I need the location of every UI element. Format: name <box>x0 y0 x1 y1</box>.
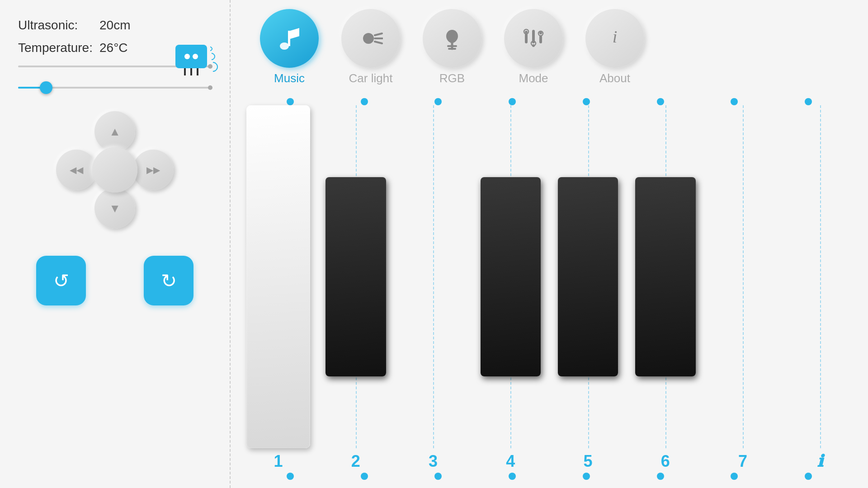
speed-slider-track[interactable] <box>18 87 212 89</box>
piano-slot-8 <box>782 105 859 448</box>
piano-key-4[interactable] <box>481 177 541 376</box>
piano-key-1[interactable] <box>246 105 310 448</box>
bottom-dot-5 <box>583 473 590 480</box>
top-dot-5 <box>583 98 590 105</box>
piano-num-5[interactable]: 5 <box>549 452 627 471</box>
bottom-dot-6 <box>657 473 664 480</box>
bottom-dot-4 <box>509 473 516 480</box>
vert-line-7 <box>743 105 744 448</box>
top-dot-3 <box>434 98 442 105</box>
dpad-down-button[interactable]: ▼ <box>94 188 135 229</box>
nav-item-rgb[interactable]: RGB <box>420 9 484 85</box>
piano-num-1[interactable]: 1 <box>240 452 317 471</box>
bottom-dot-8 <box>805 473 812 480</box>
piano-slot-3 <box>395 105 472 448</box>
bt-dot-1 <box>184 54 190 59</box>
speed-slider-row[interactable] <box>18 87 212 89</box>
left-panel: Ultrasonic: 20cm Temperature: 26°C <box>0 0 231 488</box>
bt-leg-3 <box>197 68 198 75</box>
bt-legs <box>184 68 198 75</box>
nav-label-mode: Mode <box>519 71 548 85</box>
about-icon: i <box>603 26 627 51</box>
svg-line-5 <box>375 42 382 43</box>
rgb-icon <box>440 26 464 51</box>
piano-num-2[interactable]: 2 <box>317 452 394 471</box>
carlight-icon <box>359 26 383 51</box>
piano-slot-7 <box>704 105 782 448</box>
speed-slider-end-dot <box>208 85 212 90</box>
dpad-left-button[interactable]: ◀◀ <box>56 150 97 190</box>
svg-rect-10 <box>525 31 528 33</box>
vert-line-8 <box>820 105 821 448</box>
piano-num-6[interactable]: 6 <box>627 452 704 471</box>
piano-num-7[interactable]: 7 <box>704 452 782 471</box>
piano-num-4[interactable]: 4 <box>472 452 549 471</box>
svg-rect-14 <box>539 32 542 34</box>
wifi-wave-2 <box>207 52 217 62</box>
nav-item-mode[interactable]: Mode <box>502 9 565 85</box>
top-dot-7 <box>731 98 738 105</box>
piano-slot-6[interactable] <box>627 105 704 448</box>
nav-label-rgb: RGB <box>439 71 465 85</box>
piano-key-5[interactable] <box>558 177 618 376</box>
top-dots-row <box>231 90 868 105</box>
right-panel: Music Car light <box>231 0 868 488</box>
svg-line-3 <box>375 33 382 35</box>
slider-thumb[interactable] <box>40 81 52 94</box>
top-dot-6 <box>657 98 664 105</box>
wifi-waves <box>208 47 218 72</box>
piano-slot-5[interactable] <box>549 105 627 448</box>
right-arrow-icon: ▶▶ <box>146 164 160 175</box>
nav-circle-about: i <box>585 9 644 68</box>
equalizer-container: 1 2 3 4 5 6 7 ℹ <box>231 90 868 488</box>
piano-slot-2[interactable] <box>317 105 394 448</box>
ultrasonic-row: Ultrasonic: 20cm <box>18 18 212 33</box>
top-dot-1 <box>287 98 294 105</box>
dpad-up-button[interactable]: ▲ <box>94 111 135 152</box>
left-arrow-icon: ◀◀ <box>70 164 83 175</box>
top-dot-4 <box>509 98 516 105</box>
svg-text:i: i <box>613 27 618 46</box>
bluetooth-area <box>18 45 212 75</box>
nav-circle-carlight <box>341 9 400 68</box>
bluetooth-device <box>175 45 207 75</box>
svg-point-0 <box>280 42 289 50</box>
svg-point-2 <box>363 33 374 44</box>
bottom-dot-2 <box>361 473 368 480</box>
nav-circle-rgb <box>423 9 481 68</box>
keys-area <box>231 105 868 448</box>
piano-key-6[interactable] <box>635 177 696 376</box>
ultrasonic-label: Ultrasonic: <box>18 18 99 33</box>
top-dot-8 <box>805 98 812 105</box>
piano-layout <box>240 105 859 448</box>
up-arrow-icon: ▲ <box>109 125 121 139</box>
nav-item-about[interactable]: i About <box>583 9 646 85</box>
piano-num-3[interactable]: 3 <box>395 452 472 471</box>
top-dot-2 <box>361 98 368 105</box>
mode-icon <box>521 26 546 51</box>
bottom-dot-3 <box>434 473 442 480</box>
piano-num-8[interactable]: ℹ <box>782 452 859 471</box>
nav-item-music[interactable]: Music <box>258 9 321 85</box>
nav-label-music: Music <box>274 71 305 85</box>
piano-key-2[interactable] <box>326 177 386 376</box>
wifi-wave-1 <box>207 46 213 52</box>
nav-label-about: About <box>599 71 630 85</box>
piano-slot-4[interactable] <box>472 105 549 448</box>
svg-rect-13 <box>539 35 542 43</box>
dpad-right-button[interactable]: ▶▶ <box>133 150 174 190</box>
bottom-dot-1 <box>287 473 294 480</box>
rotate-right-icon: ↻ <box>161 270 177 292</box>
nav-circle-music <box>260 9 319 68</box>
music-icon <box>277 26 302 51</box>
dpad: ▲ ▼ ◀◀ ▶▶ <box>56 111 174 229</box>
rotate-right-button[interactable]: ↻ <box>144 256 193 305</box>
nav-item-carlight[interactable]: Car light <box>339 9 402 85</box>
nav-label-carlight: Car light <box>349 71 393 85</box>
dpad-container: ▲ ▼ ◀◀ ▶▶ <box>18 111 212 229</box>
piano-slot-1[interactable] <box>240 105 317 448</box>
ultrasonic-value: 20cm <box>99 18 130 33</box>
rotate-left-button[interactable]: ↺ <box>36 256 86 305</box>
bottom-dot-7 <box>731 473 738 480</box>
vert-line-3 <box>433 105 434 448</box>
